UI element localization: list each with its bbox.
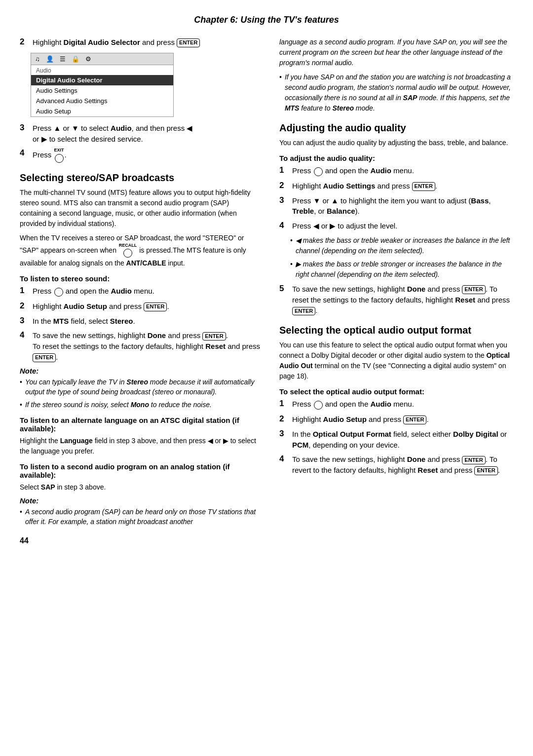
optical-step-num-4: 4 — [279, 454, 290, 464]
adjust-step-1: 1 Press MENU and open the Audio menu. — [279, 165, 513, 177]
note1-bullet-2: • If the stereo sound is noisy, select M… — [20, 400, 262, 410]
menu-item-audio-settings[interactable]: Audio Settings — [31, 85, 173, 96]
bullet-dot-r1: • — [279, 72, 282, 82]
stereo-step-num-4: 4 — [20, 330, 31, 340]
menu-button-icon-1 — [54, 288, 63, 297]
optical-subtitle: To select the optical audio output forma… — [279, 387, 513, 396]
enter-btn-r5b: ENTER — [292, 307, 315, 315]
enter-button-icon: ENTER — [177, 38, 200, 47]
menu-item-audio-setup[interactable]: Audio Setup — [31, 106, 173, 116]
optical-step-4-content: To save the new settings, highlight Done… — [292, 454, 513, 476]
menu-wrap-opt1: MENU — [314, 399, 323, 410]
stereo-step-num-2: 2 — [20, 301, 31, 311]
optical-step-2-content: Highlight Audio Setup and press ENTER. — [292, 414, 513, 425]
step-4-content: Press EXIT . — [33, 148, 262, 163]
bullet-dot-1: • — [20, 377, 22, 387]
stereo-sap-body1: The multi-channel TV sound (MTS) feature… — [20, 188, 262, 229]
recall-button-icon — [123, 249, 132, 258]
adjust-quality-subtitle: To adjust the audio quality: — [279, 154, 513, 162]
adjust-step-num-4: 4 — [279, 221, 290, 230]
step-2: 2 Highlight Digital Audio Selector and p… — [20, 37, 262, 48]
section-stereo-sap-title: Selecting stereo/SAP broadcasts — [20, 172, 262, 184]
stereo-step-num-1: 1 — [20, 286, 31, 296]
optical-step-2: 2 Highlight Audio Setup and press ENTER. — [279, 414, 513, 425]
enter-btn-r2: ENTER — [412, 182, 435, 190]
adjust-bullet-1-text: ◀ makes the bass or treble weaker or inc… — [296, 235, 513, 256]
step-num-4: 4 — [20, 148, 31, 158]
note-label-2: Note: — [20, 496, 262, 505]
adjust-step-2: 2 Highlight Audio Settings and press ENT… — [279, 181, 513, 191]
enter-btn-4: ENTER — [33, 353, 56, 362]
adjust-step-4-content: Press ◀ or ▶ to adjust the level. — [292, 221, 513, 231]
menu-item-digital-audio-selector[interactable]: Digital Audio Selector — [31, 75, 173, 85]
section-optical-title: Selecting the optical audio output forma… — [279, 325, 513, 336]
menu-button-icon-r1 — [314, 167, 323, 176]
note-block-1: Note: • You can typically leave the TV i… — [20, 367, 262, 410]
menu-audio-label: Audio — [31, 65, 173, 75]
enter-btn-opt2: ENTER — [403, 416, 426, 424]
step-num-3: 3 — [20, 123, 31, 133]
enter-btn-opt4: ENTER — [462, 456, 485, 464]
main-content: 2 Highlight Digital Audio Selector and p… — [20, 37, 513, 545]
italic-bullet-1: • If you have SAP on and the station you… — [279, 72, 513, 113]
adjust-step-3-content: Press ▼ or ▲ to highlight the item you w… — [292, 195, 513, 217]
menu-screen: ♫ 👤 ☰ 🔒 ⚙ Audio Digital Audio Selector A… — [31, 53, 174, 117]
step-num-2: 2 — [20, 37, 31, 47]
adjust-bullet-2-text: ▶ makes the bass or treble stronger or i… — [296, 259, 513, 280]
exit-label: EXIT — [54, 148, 64, 152]
stereo-step-num-3: 3 — [20, 316, 31, 326]
note1-bullet-1: • You can typically leave the TV in Ster… — [20, 377, 262, 397]
adjust-step-num-3: 3 — [279, 195, 290, 205]
note1-bullet-1-text: You can typically leave the TV in Stereo… — [25, 377, 262, 397]
stereo-sound-subtitle: To listen to stereo sound: — [20, 274, 262, 283]
stereo-step-1-content: Press MENU and open the Audio menu. — [33, 286, 262, 297]
adjust-step-num-5: 5 — [279, 284, 290, 294]
optical-step-num-3: 3 — [279, 429, 290, 439]
note2-bullet-1: • A second audio program (SAP) can be he… — [20, 507, 262, 527]
italic-bullet-1-text: If you have SAP on and the station you a… — [285, 72, 513, 113]
stereo-step-4: 4 To save the new settings, highlight Do… — [20, 330, 262, 362]
exit-button-wrap: EXIT — [54, 148, 64, 163]
stereo-step-2-content: Highlight Audio Setup and press ENTER. — [33, 301, 262, 312]
menu-label-opt1: MENU — [0, 0, 13, 1]
adjust-bullet-1: • ◀ makes the bass or treble weaker or i… — [290, 235, 513, 256]
optical-step-1: 1 Press MENU and open the Audio menu. — [279, 399, 513, 410]
section-audio-quality-title: Adjusting the audio quality — [279, 122, 513, 134]
audio-quality-body: You can adjust the audio quality by adju… — [279, 138, 513, 148]
recall-wrap: RECALL — [119, 243, 137, 258]
chapter-title: Chapter 6: Using the TV's features — [20, 15, 513, 25]
menu-screen-header: ♫ 👤 ☰ 🔒 ⚙ — [31, 53, 173, 65]
menu-icon-settings: ⚙ — [85, 55, 91, 63]
adjust-step-5: 5 To save the new settings, highlight Do… — [279, 284, 513, 316]
step-4: 4 Press EXIT . — [20, 148, 262, 163]
adjust-step-5-content: To save the new settings, highlight Done… — [292, 284, 513, 316]
stereo-step-1: 1 Press MENU and open the Audio menu. — [20, 286, 262, 297]
second-audio-body: Select SAP in step 3 above. — [20, 482, 262, 492]
menu-item-advanced-audio-settings[interactable]: Advanced Audio Settings — [31, 96, 173, 106]
stereo-step-2: 2 Highlight Audio Setup and press ENTER. — [20, 301, 262, 312]
page-number: 44 — [20, 536, 262, 545]
stereo-sap-body2: When the TV receives a stereo or SAP bro… — [20, 233, 262, 268]
step-3: 3 Press ▲ or ▼ to select Audio, and then… — [20, 123, 262, 145]
menu-wrap-r1: MENU — [314, 166, 323, 177]
chapter-header: Chapter 6: Using the TV's features — [20, 15, 513, 25]
optical-step-1-content: Press MENU and open the Audio menu. — [292, 399, 513, 410]
optical-body: You can use this feature to select the o… — [279, 340, 513, 381]
exit-button-icon — [55, 154, 64, 163]
bullet-dot-3: • — [20, 507, 22, 517]
enter-btn-opt4b: ENTER — [474, 466, 497, 475]
atsc-subtitle: To listen to an alternate language on an… — [20, 416, 262, 433]
step-2-content: Highlight Digital Audio Selector and pre… — [33, 37, 262, 48]
enter-btn-2: ENTER — [144, 302, 167, 311]
bullet-dot-r2: • — [290, 235, 293, 245]
adjust-step-num-2: 2 — [279, 181, 290, 190]
optical-step-4: 4 To save the new settings, highlight Do… — [279, 454, 513, 476]
note-label-1: Note: — [20, 367, 262, 375]
adjust-step-1-content: Press MENU and open the Audio menu. — [292, 165, 513, 177]
stereo-step-3: 3 In the MTS field, select Stereo. — [20, 316, 262, 327]
menu-icon-list: ☰ — [60, 55, 66, 63]
stereo-step-3-content: In the MTS field, select Stereo. — [33, 316, 262, 327]
menu-wrap-1: MENU — [54, 286, 63, 297]
menu-icon-person: 👤 — [46, 55, 54, 63]
enter-btn-r5: ENTER — [462, 285, 485, 294]
